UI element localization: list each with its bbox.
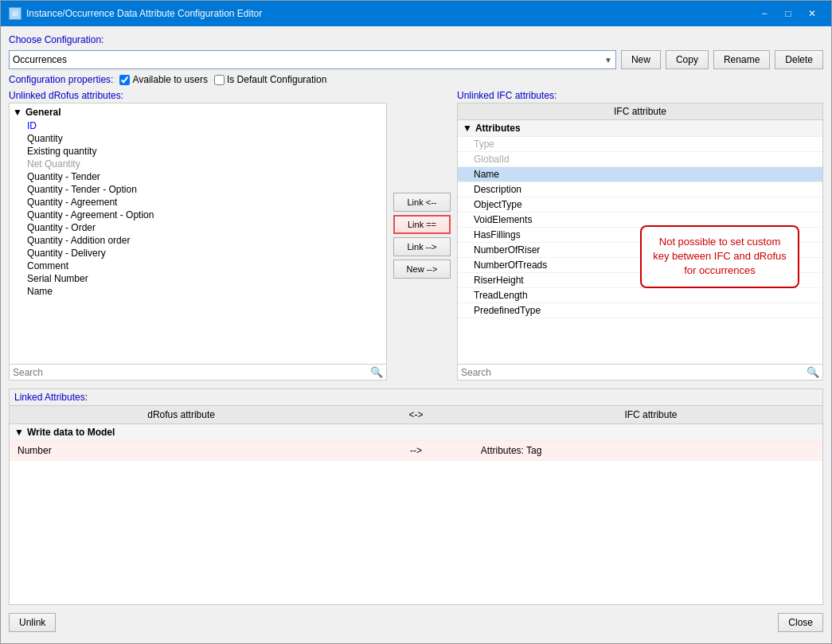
minimize-button[interactable]: − [753,6,775,21]
linked-group-write: ▼ Write data to Model [10,424,822,441]
unlinked-drofus-panel: ▼ General ID Quantity Existing quantity … [9,103,387,381]
choose-config-row: Choose Configuration: [9,34,823,45]
ifc-search-icon: 🔍 [807,366,819,378]
ifc-item-name[interactable]: Name [458,167,822,182]
linked-row-drofus-value: Number [14,443,354,458]
window-close-button[interactable]: ✕ [801,6,823,21]
drofus-group-label: General [25,107,61,118]
available-to-users-checkbox-item: Available to users [119,74,208,85]
window-title: Instance/Occurrence Data Attribute Confi… [26,8,262,19]
ifc-item-globalid[interactable]: GlobalId [458,152,822,167]
linked-attrs-section: Linked Attributes: dRofus attribute <-> … [9,388,823,605]
drofus-search-input[interactable] [13,367,370,378]
drofus-item-quantity-agreement-option[interactable]: Quantity - Agreement - Option [11,209,385,221]
rename-config-button[interactable]: Rename [713,50,770,69]
ifc-collapse-icon: ▼ [463,123,472,134]
drofus-item-quantity-addition-order[interactable]: Quantity - Addition order [11,234,385,247]
linked-row-arrow-value: --> [354,443,478,458]
ifc-group-label: Attributes [475,123,521,134]
unlinked-drofus-label: Unlinked dRofus attributes: [9,90,387,101]
config-dropdown-value: Occurrences [13,54,67,65]
is-default-label: Is Default Configuration [227,74,326,85]
link-left-button[interactable]: Link <-- [393,193,451,212]
drofus-tree-area[interactable]: ▼ General ID Quantity Existing quantity … [10,103,386,364]
copy-config-button[interactable]: Copy [666,50,709,69]
linked-row-ifc-value: Attributes: Tag [478,443,818,458]
drofus-item-quantity-delivery[interactable]: Quantity - Delivery [11,247,385,260]
title-bar-controls: − □ ✕ [753,6,823,21]
app-icon: ⊞ [9,7,21,20]
linked-row-number[interactable]: Number --> Attributes: Tag [10,441,822,461]
drofus-item-existing-quantity[interactable]: Existing quantity [11,145,385,158]
ifc-search-bar: 🔍 [458,364,822,380]
config-properties-row: Configuration properties: Available to u… [9,74,823,85]
ifc-item-description[interactable]: Description [458,182,822,197]
middle-buttons-area: Link <-- Link == Link --> New --> [390,90,454,381]
available-to-users-checkbox[interactable] [119,75,130,85]
linked-table: dRofus attribute <-> IFC attribute ▼ Wri… [10,406,822,461]
linked-group-collapse-icon: ▼ [14,427,24,438]
linked-header-arrow: <-> [353,408,479,422]
drofus-item-comment[interactable]: Comment [11,260,385,272]
tooltip-text: Not possible to set custom key between I… [653,236,787,276]
ifc-search-input[interactable] [461,367,807,378]
linked-header-drofus: dRofus attribute [10,408,353,422]
drofus-item-id[interactable]: ID [11,119,385,132]
ifc-item-type[interactable]: Type [458,137,822,152]
drofus-search-bar: 🔍 [10,364,386,380]
drofus-item-quantity[interactable]: Quantity [11,132,385,145]
new-right-button[interactable]: New --> [393,260,451,279]
choose-config-label: Choose Configuration: [9,34,104,45]
is-default-checkbox[interactable] [214,75,225,85]
ifc-group-attributes[interactable]: ▼ Attributes [458,120,822,137]
drofus-item-net-quantity[interactable]: Net Quantity [11,158,385,170]
new-config-button[interactable]: New [621,50,661,69]
tooltip-balloon: Not possible to set custom key between I… [640,225,799,288]
search-icon: 🔍 [370,366,383,378]
maximize-button[interactable]: □ [777,6,799,21]
drofus-item-quantity-tender-option[interactable]: Quantity - Tender - Option [11,183,385,196]
main-window: ⊞ Instance/Occurrence Data Attribute Con… [0,0,832,644]
drofus-item-quantity-order[interactable]: Quantity - Order [11,221,385,234]
ifc-item-objecttype[interactable]: ObjectType [458,197,822,213]
drofus-item-quantity-agreement[interactable]: Quantity - Agreement [11,196,385,209]
config-combo-row: Occurrences ▼ New Copy Rename Delete [9,50,823,69]
drofus-item-name[interactable]: Name [11,285,385,298]
collapse-icon: ▼ [13,107,22,118]
ifc-col-header: IFC attribute [458,103,822,120]
chevron-down-icon: ▼ [604,56,612,64]
linked-attrs-header: Linked Attributes: [10,389,822,406]
linked-table-header: dRofus attribute <-> IFC attribute [10,406,822,424]
linked-group-label: Write data to Model [27,427,115,438]
available-to-users-label: Available to users [132,74,208,85]
unlink-button[interactable]: Unlink [9,613,56,632]
drofus-group-general[interactable]: ▼ General [11,105,385,119]
delete-config-button[interactable]: Delete [775,50,823,69]
is-default-checkbox-item: Is Default Configuration [214,74,326,85]
config-dropdown[interactable]: Occurrences ▼ [9,50,616,69]
bottom-row: Unlink Close [9,610,823,635]
link-right-button[interactable]: Link --> [393,237,451,256]
config-properties-label: Configuration properties: [9,74,113,85]
ifc-item-predefinedtype[interactable]: PredefinedType [458,303,822,318]
ifc-item-treadlength[interactable]: TreadLength [458,288,822,303]
linked-header-ifc: IFC attribute [479,408,822,422]
unlinked-ifc-label: Unlinked IFC attributes: [457,90,823,101]
linked-table-empty-area [10,461,822,604]
title-bar-left: ⊞ Instance/Occurrence Data Attribute Con… [9,7,262,20]
main-content: Choose Configuration: Occurrences ▼ New … [1,26,831,643]
title-bar: ⊞ Instance/Occurrence Data Attribute Con… [1,1,831,26]
panels-area: Unlinked dRofus attributes: ▼ General ID… [9,90,823,381]
link-equal-button[interactable]: Link == [393,215,451,234]
drofus-item-serial-number[interactable]: Serial Number [11,272,385,285]
drofus-item-quantity-tender[interactable]: Quantity - Tender [11,170,385,183]
close-button[interactable]: Close [778,613,823,632]
